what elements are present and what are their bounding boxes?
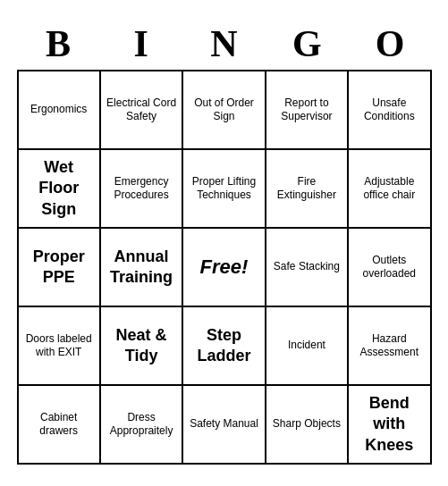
bingo-grid: ErgonomicsElectrical Cord SafetyOut of O… <box>17 70 432 465</box>
bingo-card: BINGO ErgonomicsElectrical Cord SafetyOu… <box>10 14 439 472</box>
bingo-cell-18: Incident <box>266 307 349 386</box>
bingo-cell-16: Neat & Tidy <box>101 307 183 386</box>
bingo-cell-12: Free! <box>183 229 266 307</box>
bingo-cell-3: Report to Supervisor <box>266 71 349 150</box>
bingo-letter-b: B <box>17 21 100 66</box>
bingo-cell-6: Emergency Procedures <box>101 150 183 229</box>
bingo-cell-7: Proper Lifting Techniques <box>183 150 266 229</box>
bingo-cell-0: Ergonomics <box>19 71 101 150</box>
bingo-letter-n: N <box>182 21 266 66</box>
bingo-cell-23: Sharp Objects <box>266 386 349 465</box>
bingo-header: BINGO <box>17 21 432 66</box>
bingo-letter-o: O <box>349 21 432 66</box>
bingo-cell-10: Proper PPE <box>19 229 101 307</box>
bingo-cell-8: Fire Extinguisher <box>266 150 349 229</box>
bingo-letter-g: G <box>266 21 349 66</box>
bingo-cell-17: Step Ladder <box>183 307 266 386</box>
bingo-cell-22: Safety Manual <box>183 386 266 465</box>
bingo-cell-1: Electrical Cord Safety <box>101 71 183 150</box>
bingo-cell-24: Bend with Knees <box>349 386 431 465</box>
bingo-letter-i: I <box>99 21 182 66</box>
bingo-cell-21: Dress Appropraitely <box>101 386 183 465</box>
bingo-cell-19: Hazard Assessment <box>349 307 431 386</box>
bingo-cell-13: Safe Stacking <box>266 229 349 307</box>
bingo-cell-4: Unsafe Conditions <box>349 71 431 150</box>
bingo-cell-15: Doors labeled with EXIT <box>19 307 101 386</box>
bingo-cell-14: Outlets overloaded <box>349 229 431 307</box>
bingo-cell-20: Cabinet drawers <box>19 386 101 465</box>
bingo-cell-9: Adjustable office chair <box>349 150 431 229</box>
bingo-cell-11: Annual Training <box>101 229 183 307</box>
bingo-cell-5: Wet Floor Sign <box>19 150 101 229</box>
bingo-cell-2: Out of Order Sign <box>183 71 266 150</box>
